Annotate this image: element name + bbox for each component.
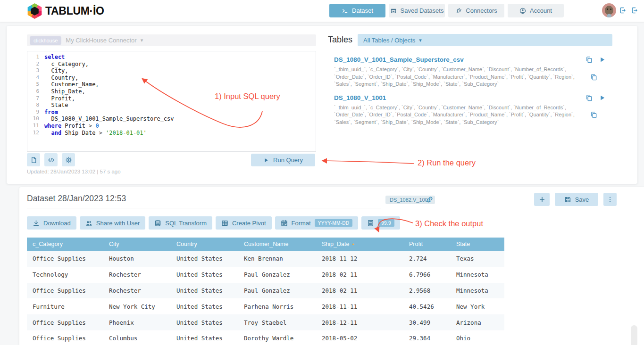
- editor-actions: [27, 153, 75, 166]
- table-entry-header: DS_1080_V_1001_Sample_Superstore_csv: [334, 56, 606, 63]
- exit-session-icon[interactable]: [631, 7, 638, 14]
- sql-line: 7 Profit,: [27, 95, 316, 102]
- line-number: 3: [27, 67, 44, 74]
- column-header-country[interactable]: Country: [171, 238, 238, 251]
- sql-code-text: Profit,: [44, 95, 75, 102]
- user-avatar[interactable]: [602, 3, 616, 17]
- code-view-button[interactable]: [44, 153, 58, 166]
- table-cell: 2018-11-11: [316, 298, 403, 314]
- table-cell: 2018-02-11: [316, 267, 403, 283]
- copy-columns-icon[interactable]: [590, 74, 597, 81]
- floppy-icon: [564, 196, 571, 203]
- connector-select[interactable]: clickhouse My ClickHouse Connector ▾: [27, 34, 316, 46]
- table-columns-text: `_tblm_uuid_`, `c_Category`, `City`, `Co…: [334, 104, 585, 126]
- link-icon[interactable]: [426, 196, 434, 204]
- share-with-user-button[interactable]: Share with User: [80, 216, 145, 230]
- add-button[interactable]: [534, 193, 550, 206]
- app-logo[interactable]: TABLUM·İO: [27, 3, 104, 19]
- run-table-play-icon[interactable]: [599, 56, 606, 63]
- column-header-customer_name[interactable]: Customer_Name: [238, 238, 316, 251]
- play-icon: [263, 157, 269, 163]
- nav-label: Saved Datasets: [401, 7, 444, 14]
- more-options-button[interactable]: [603, 193, 617, 206]
- sql-code-text: DS_1080_V_1001_Sample_Superstore_csv: [44, 115, 174, 123]
- toolbar-value-badge: 99.9: [378, 219, 394, 227]
- column-header-ship_date[interactable]: Ship_Date•: [316, 238, 403, 251]
- run-query-button[interactable]: Run Query: [251, 154, 315, 166]
- precision-button[interactable]: 99.9: [361, 216, 400, 230]
- tables-filter-dropdown[interactable]: All Tables / Objects ▾: [358, 34, 612, 46]
- connector-name-label: My ClickHouse Connector: [66, 37, 136, 44]
- connector-type-badge: clickhouse: [30, 36, 61, 45]
- settings-gear-button[interactable]: [62, 153, 75, 166]
- table-row: FurnitureNew York CityUnited StatesParhe…: [27, 298, 504, 314]
- sql-line: 4 Country,: [27, 74, 316, 82]
- table-cell: Rochester: [103, 283, 171, 299]
- dataset-title[interactable]: Dataset 28/Jan/2023 12:53: [27, 194, 126, 204]
- tables-list: DS_1080_V_1001_Sample_Superstore_csv`_tb…: [334, 56, 606, 132]
- table-row: Office SuppliesHoustonUnited StatesKen B…: [27, 251, 504, 267]
- sql-code-text: select: [44, 54, 65, 61]
- sql-line: 3 City,: [27, 67, 316, 74]
- toolbar-label: Format: [292, 220, 311, 227]
- line-number: 12: [27, 130, 44, 137]
- toolbar-label: Create Pivot: [232, 220, 266, 227]
- table-cell: 2018-12-11: [316, 314, 403, 330]
- copy-icon[interactable]: [585, 94, 593, 101]
- table-cell: Paul Gonzalez: [238, 283, 316, 299]
- logo-text: TABLUM·İO: [45, 5, 104, 17]
- column-header-c_category[interactable]: c_Category: [27, 238, 103, 251]
- table-cell: Rochester: [103, 267, 171, 283]
- format-button[interactable]: FormatYYYY-MM-DD: [275, 216, 359, 230]
- table-cell: Phoenix: [103, 314, 171, 330]
- table-name-link[interactable]: DS_1080_V_1001: [334, 94, 585, 101]
- table-cell: New York: [451, 298, 504, 314]
- table-cell: Columbus: [103, 330, 171, 345]
- table-cell: 2018-02-11: [316, 283, 403, 299]
- column-header-profit[interactable]: Profit: [403, 238, 451, 251]
- sql-editor[interactable]: 1select2 c_Category,3 City,4 Country,5 C…: [27, 51, 316, 152]
- download-button[interactable]: Download: [27, 216, 76, 230]
- sql-code-text: Country,: [44, 74, 78, 82]
- table-row: Office SuppliesColumbusUnited StatesDoro…: [27, 330, 504, 345]
- main-nav: DatasetSaved DatasetsConnectorsAccount: [329, 4, 564, 17]
- sql-line: 10 DS_1080_V_1001_Sample_Superstore_csv: [27, 115, 316, 123]
- nav-dataset-button[interactable]: Dataset: [329, 4, 385, 17]
- table-cell: 29.364: [403, 330, 451, 345]
- sql-line: 6 Ship_Date,: [27, 88, 316, 95]
- query-panel-card: clickhouse My ClickHouse Connector ▾ 1se…: [7, 26, 637, 184]
- run-table-play-icon[interactable]: [599, 94, 606, 101]
- save-label: Save: [575, 196, 589, 203]
- table-cell: 2.724: [403, 251, 451, 267]
- nav-saved-datasets-button[interactable]: Saved Datasets: [389, 4, 445, 17]
- users-icon: [85, 220, 92, 227]
- table-entry-columns: `_tblm_uuid_`, `c_Category`, `City`, `Co…: [334, 104, 606, 126]
- dataset-toolbar: DownloadShare with UserSQL TransformCrea…: [27, 216, 400, 230]
- sql-line: 9from: [27, 109, 316, 116]
- table-cell: Parhena Norris: [238, 298, 316, 314]
- copy-icon[interactable]: [585, 56, 593, 63]
- new-query-button[interactable]: [27, 153, 40, 166]
- nav-connectors-button[interactable]: Connectors: [448, 4, 504, 17]
- create-pivot-button[interactable]: Create Pivot: [216, 216, 272, 230]
- vertical-scrollbar-thumb[interactable]: [631, 325, 637, 345]
- sql-transform-button[interactable]: SQL Transform: [149, 216, 212, 230]
- run-query-label: Run Query: [273, 156, 303, 164]
- column-header-label: Profit: [409, 241, 423, 247]
- column-header-label: c_Category: [33, 241, 63, 247]
- column-header-label: State: [456, 241, 470, 247]
- plug-icon: [455, 8, 462, 14]
- table-cell: Houston: [103, 251, 171, 267]
- result-table: c_CategoryCityCountryCustomer_NameShip_D…: [27, 238, 504, 345]
- toolbar-label: Download: [43, 220, 71, 227]
- column-header-state[interactable]: State: [451, 238, 504, 251]
- save-button[interactable]: Save: [555, 193, 598, 206]
- copy-columns-icon[interactable]: [590, 111, 597, 118]
- table-name-link[interactable]: DS_1080_V_1001_Sample_Superstore_csv: [334, 56, 585, 63]
- table-cell: United States: [171, 330, 238, 345]
- table-entry: DS_1080_V_1001_Sample_Superstore_csv`_tb…: [334, 56, 606, 88]
- nav-label: Connectors: [466, 7, 497, 14]
- logout-icon[interactable]: [619, 7, 627, 14]
- nav-account-button[interactable]: Account: [508, 4, 564, 17]
- column-header-city[interactable]: City: [103, 238, 171, 251]
